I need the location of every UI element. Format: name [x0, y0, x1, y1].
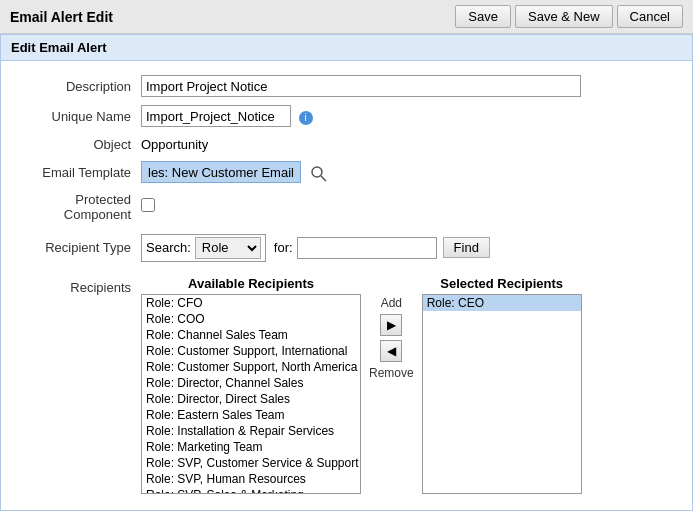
object-value: Opportunity	[141, 137, 682, 152]
for-input[interactable]	[297, 237, 437, 259]
search-text-label: Search:	[146, 240, 191, 255]
list-item[interactable]: Role: COO	[142, 311, 360, 327]
list-item[interactable]: Role: Installation & Repair Services	[142, 423, 360, 439]
recipients-area: Recipients Available Recipients Role: CF…	[1, 270, 692, 500]
recipients-label: Recipients	[11, 276, 141, 494]
list-item[interactable]: Role: CEO	[423, 295, 581, 311]
recipient-type-label: Recipient Type	[11, 240, 141, 255]
recipients-content: Available Recipients Role: CFORole: COOR…	[141, 276, 682, 494]
email-template-label: Email Template	[11, 165, 141, 180]
selected-recipients-container: Selected Recipients Role: CEO	[422, 276, 582, 494]
unique-name-value: i	[141, 105, 682, 127]
protected-component-label: Protected Component	[11, 192, 141, 222]
object-label: Object	[11, 137, 141, 152]
object-row: Object Opportunity	[1, 131, 692, 157]
recipient-search-box: Search: Role User Group Queue	[141, 234, 266, 262]
description-input[interactable]	[141, 75, 581, 97]
email-template-value: les: New Customer Email	[141, 161, 682, 184]
title-bar-buttons: Save Save & New Cancel	[455, 5, 683, 28]
email-template-search-icon[interactable]	[309, 164, 329, 184]
object-text: Opportunity	[141, 137, 208, 152]
protected-component-row: Protected Component	[1, 188, 692, 226]
section-header: Edit Email Alert	[0, 34, 693, 60]
remove-button[interactable]: ◀	[380, 340, 402, 362]
page-title: Email Alert Edit	[10, 9, 113, 25]
list-item[interactable]: Role: Marketing Team	[142, 439, 360, 455]
list-item[interactable]: Role: SVP, Customer Service & Support	[142, 455, 360, 471]
list-item[interactable]: Role: Channel Sales Team	[142, 327, 360, 343]
list-item[interactable]: Role: SVP, Sales & Marketing	[142, 487, 360, 494]
list-item[interactable]: Role: Customer Support, International	[142, 343, 360, 359]
list-item[interactable]: Role: Director, Direct Sales	[142, 391, 360, 407]
unique-name-label: Unique Name	[11, 109, 141, 124]
protected-component-checkbox[interactable]	[141, 198, 155, 212]
list-item[interactable]: Role: Customer Support, North America	[142, 359, 360, 375]
svg-line-1	[321, 176, 326, 181]
add-remove-buttons: Add ▶ ◀ Remove	[369, 276, 414, 380]
svg-point-0	[312, 167, 322, 177]
list-item[interactable]: Role: Eastern Sales Team	[142, 407, 360, 423]
save-button[interactable]: Save	[455, 5, 511, 28]
available-recipients-container: Available Recipients Role: CFORole: COOR…	[141, 276, 361, 494]
find-button[interactable]: Find	[443, 237, 490, 258]
description-row: Description	[1, 71, 692, 101]
protected-component-value	[141, 198, 682, 215]
available-recipients-list[interactable]: Role: CFORole: COORole: Channel Sales Te…	[141, 294, 361, 494]
add-button[interactable]: ▶	[380, 314, 402, 336]
description-label: Description	[11, 79, 141, 94]
available-recipients-label: Available Recipients	[188, 276, 314, 291]
unique-name-row: Unique Name i	[1, 101, 692, 131]
list-item[interactable]: Role: Director, Channel Sales	[142, 375, 360, 391]
add-label: Add	[381, 296, 402, 310]
for-label: for:	[274, 240, 293, 255]
selected-recipients-list[interactable]: Role: CEO	[422, 294, 582, 494]
recipient-type-row: Recipient Type Search: Role User Group Q…	[1, 226, 692, 270]
cancel-button[interactable]: Cancel	[617, 5, 683, 28]
title-bar: Email Alert Edit Save Save & New Cancel	[0, 0, 693, 34]
unique-name-input[interactable]	[141, 105, 291, 127]
save-new-button[interactable]: Save & New	[515, 5, 613, 28]
info-icon[interactable]: i	[299, 111, 313, 125]
selected-recipients-label: Selected Recipients	[440, 276, 563, 291]
list-item[interactable]: Role: CFO	[142, 295, 360, 311]
description-value	[141, 75, 682, 97]
recipient-type-select[interactable]: Role User Group Queue	[195, 237, 261, 259]
remove-label: Remove	[369, 366, 414, 380]
list-item[interactable]: Role: SVP, Human Resources	[142, 471, 360, 487]
email-template-field[interactable]: les: New Customer Email	[141, 161, 301, 183]
email-template-row: Email Template les: New Customer Email	[1, 157, 692, 188]
form-area: Description Unique Name i Object Opportu…	[0, 60, 693, 511]
